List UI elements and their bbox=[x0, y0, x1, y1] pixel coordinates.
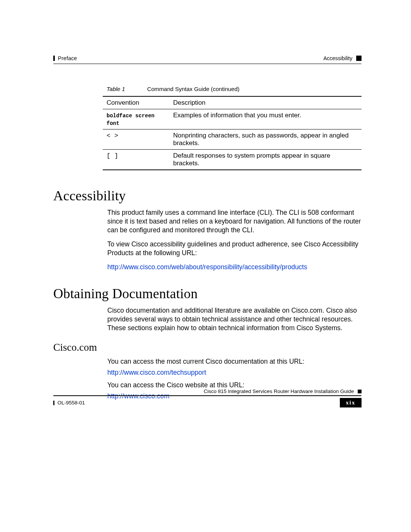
th-convention: Convention bbox=[103, 96, 169, 109]
accessibility-p2: To view Cisco accessibility guidelines a… bbox=[107, 240, 362, 257]
syntax-table: Convention Description boldface screen f… bbox=[103, 96, 362, 170]
table-caption: Table 1 Command Syntax Guide (continued) bbox=[103, 86, 362, 92]
running-footer: Cisco 815 Integrated Services Router Har… bbox=[53, 388, 362, 407]
description-cell: Examples of information that you must en… bbox=[169, 109, 362, 129]
footer-left: OL-9558-01 bbox=[53, 400, 85, 406]
page: Preface Accessibility Table 1 Command Sy… bbox=[0, 0, 411, 532]
accessibility-link[interactable]: http://www.cisco.com/web/about/responsib… bbox=[107, 263, 307, 271]
accessibility-heading: Accessibility bbox=[53, 188, 362, 204]
convention-cell: < > bbox=[107, 132, 118, 139]
page-number: xix bbox=[340, 398, 362, 407]
footer-doc-id: OL-9558-01 bbox=[57, 400, 85, 406]
table-number: Table 1 bbox=[107, 86, 125, 92]
obtaining-section: Obtaining Documentation Cisco documentat… bbox=[53, 286, 362, 332]
cisco-com-heading: Cisco.com bbox=[53, 342, 362, 353]
header-chapter-label: Preface bbox=[58, 55, 77, 61]
table-header-row: Convention Description bbox=[103, 96, 362, 109]
accessibility-p1: This product family uses a command line … bbox=[107, 208, 362, 235]
description-cell: Default responses to system prompts appe… bbox=[169, 150, 362, 170]
header-rule bbox=[53, 64, 362, 64]
description-cell: Nonprinting characters, such as password… bbox=[169, 129, 362, 150]
footer-bar-icon bbox=[53, 401, 54, 405]
header-left: Preface bbox=[53, 55, 77, 61]
table-block: Table 1 Command Syntax Guide (continued)… bbox=[53, 86, 362, 170]
footer-doc-title: Cisco 815 Integrated Services Router Har… bbox=[204, 388, 354, 394]
techsupport-link[interactable]: http://www.cisco.com/techsupport bbox=[107, 369, 206, 376]
convention-cell: boldface screen font bbox=[107, 113, 155, 126]
footer-square-icon bbox=[358, 390, 362, 393]
table-title: Command Syntax Guide (continued) bbox=[147, 86, 240, 92]
header-square-icon bbox=[356, 56, 362, 61]
footer-rule bbox=[53, 395, 362, 396]
table-row: < > Nonprinting characters, such as pass… bbox=[103, 129, 362, 150]
table-row: boldface screen font Examples of informa… bbox=[103, 109, 362, 129]
header-right: Accessibility bbox=[323, 55, 362, 61]
convention-cell: [ ] bbox=[107, 152, 118, 160]
header-bar-icon bbox=[53, 56, 55, 61]
running-header: Preface Accessibility bbox=[53, 55, 362, 64]
th-description: Description bbox=[169, 96, 362, 109]
table-row: [ ] Default responses to system prompts … bbox=[103, 150, 362, 170]
accessibility-section: Accessibility This product family uses a… bbox=[53, 188, 362, 272]
obtaining-heading: Obtaining Documentation bbox=[53, 286, 362, 302]
obtaining-p1: Cisco documentation and additional liter… bbox=[107, 306, 362, 332]
header-section-label: Accessibility bbox=[323, 55, 352, 61]
cisco-com-p1: You can access the most current Cisco do… bbox=[107, 357, 362, 366]
